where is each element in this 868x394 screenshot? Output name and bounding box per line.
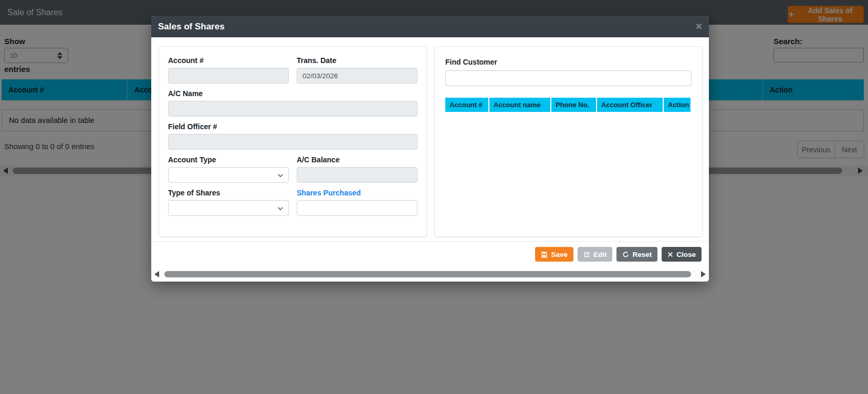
account-number-field [168,68,289,84]
chevron-down-icon [277,205,284,212]
type-of-shares-select[interactable] [168,200,289,216]
edit-button[interactable]: Edit [578,247,613,262]
modal-close-icon[interactable] [695,23,703,30]
chevron-down-icon [277,172,284,179]
account-type-select[interactable] [168,167,289,183]
edit-button-label: Edit [593,251,607,258]
modal-footer-buttons: Save Edit Reset Close [535,247,702,262]
save-button-label: Save [551,251,568,258]
x-icon [667,252,673,257]
left-triangle-icon[interactable] [154,271,159,277]
modal-scrollbar-thumb[interactable] [164,271,691,277]
field-officer-label: Field Officer # [168,122,417,131]
footer-divider [151,241,709,242]
account-type-label: Account Type [168,155,289,164]
shares-purchased-field[interactable] [297,200,417,216]
customer-column-action: Action [664,98,691,112]
save-button[interactable]: Save [535,247,573,262]
modal-title: Sales of Shares [158,16,225,37]
close-button-label: Close [676,251,696,258]
modal-horizontal-scrollbar[interactable] [151,270,709,278]
screen: Sale of Shares Add Sales of Shares Show … [0,0,868,394]
pencil-square-icon [583,251,590,258]
find-customer-input[interactable] [445,70,692,86]
floppy-disk-icon [541,251,548,258]
account-number-label: Account # [168,56,289,65]
trans-date-label: Trans. Date [297,56,417,65]
find-customer-panel: Find Customer Account # Account name Pho… [434,46,703,237]
find-customer-label: Find Customer [445,57,692,67]
modal-header: Sales of Shares [151,16,709,37]
type-of-shares-label: Type of Shares [168,188,289,198]
trans-date-field [297,68,417,84]
undo-arrow-icon [622,251,629,258]
share-form-panel: Account # Trans. Date A/C Name Field Off… [159,46,427,237]
sales-of-shares-modal: Sales of Shares Account # Trans. Date A/… [151,16,709,282]
reset-button[interactable]: Reset [616,247,657,262]
ac-balance-field [297,167,417,183]
customer-column-account-number: Account # [445,98,489,112]
shares-purchased-label: Shares Purchased [297,188,417,198]
close-button[interactable]: Close [662,247,702,262]
customer-column-account-officer: Account Officer [597,98,664,112]
ac-name-field [168,101,417,117]
reset-button-label: Reset [632,251,652,258]
customer-table-header-row: Account # Account name Phone No. Account… [445,98,692,112]
customer-column-phone: Phone No. [551,98,597,112]
field-officer-field [168,134,417,150]
customer-column-account-name: Account name [489,98,551,112]
right-triangle-icon[interactable] [701,271,706,277]
ac-name-label: A/C Name [168,89,417,98]
ac-balance-label: A/C Balance [297,155,417,164]
